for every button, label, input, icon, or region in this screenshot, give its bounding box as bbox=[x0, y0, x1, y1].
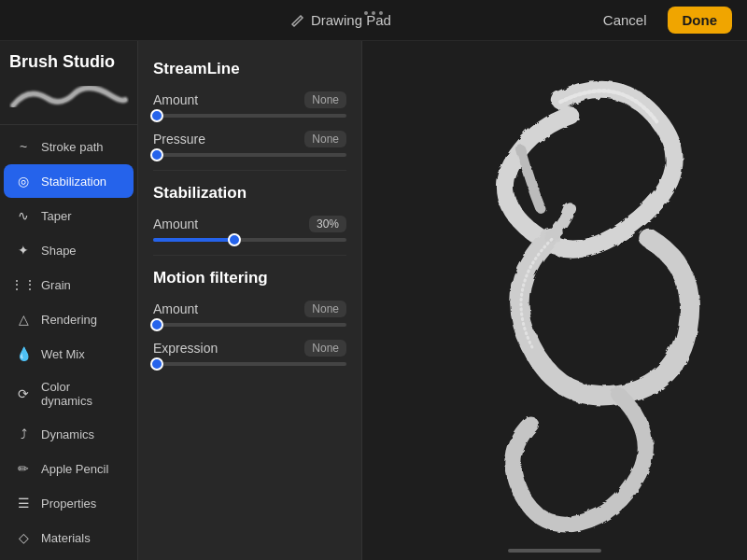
control-row: AmountNone bbox=[153, 301, 346, 317]
control-value-badge: None bbox=[304, 91, 346, 108]
control-label: Amount bbox=[153, 217, 198, 231]
control-row: PressureNone bbox=[153, 131, 346, 147]
control-label: Expression bbox=[153, 341, 218, 356]
drawing-pad[interactable] bbox=[362, 41, 747, 560]
slider-track[interactable] bbox=[153, 114, 346, 118]
stroke-path-icon: ~ bbox=[15, 138, 32, 155]
control-amount-motion-filtering: AmountNone bbox=[153, 301, 346, 327]
settings-panel: StreamLineAmountNonePressureNoneStabiliz… bbox=[138, 41, 362, 560]
sidebar-item-about[interactable]: ℹAbout this brush bbox=[4, 555, 134, 560]
rendering-icon: △ bbox=[15, 311, 32, 328]
slider-thumb[interactable] bbox=[150, 148, 163, 161]
brush-preview: Brush Studio bbox=[0, 41, 137, 125]
sidebar-item-properties[interactable]: ☰Properties bbox=[4, 486, 134, 520]
control-value-badge: None bbox=[304, 340, 346, 357]
top-bar-actions: Cancel Done bbox=[592, 7, 732, 34]
control-row: Amount30% bbox=[153, 216, 346, 232]
sidebar-item-color-dynamics[interactable]: ⟳Color dynamics bbox=[4, 371, 134, 416]
properties-icon: ☰ bbox=[15, 495, 32, 511]
control-value-badge: None bbox=[304, 131, 346, 147]
grain-icon: ⋮⋮ bbox=[15, 276, 32, 293]
control-value-badge: 30% bbox=[309, 216, 346, 232]
sidebar-item-shape[interactable]: ✦Shape bbox=[4, 233, 134, 267]
slider-thumb[interactable] bbox=[150, 318, 163, 331]
color-dynamics-label: Color dynamics bbox=[41, 380, 122, 408]
sidebar: Brush Studio ~Stroke path◎Stabilization∿… bbox=[0, 41, 138, 560]
slider-track[interactable] bbox=[153, 238, 346, 242]
control-label: Amount bbox=[153, 301, 198, 316]
stabilization-icon: ◎ bbox=[15, 173, 32, 189]
edit-icon bbox=[290, 13, 305, 28]
slider-thumb[interactable] bbox=[228, 233, 241, 246]
sidebar-item-dynamics[interactable]: ⤴Dynamics bbox=[4, 417, 134, 451]
control-expression-motion-filtering: ExpressionNone bbox=[153, 340, 346, 366]
dynamics-icon: ⤴ bbox=[15, 426, 32, 442]
slider-thumb[interactable] bbox=[150, 109, 163, 122]
control-label: Pressure bbox=[153, 132, 205, 147]
sidebar-item-grain[interactable]: ⋮⋮Grain bbox=[4, 268, 134, 301]
slider-fill bbox=[153, 238, 234, 242]
shape-icon: ✦ bbox=[15, 242, 32, 259]
sidebar-item-apple-pencil[interactable]: ✏Apple Pencil bbox=[4, 452, 134, 485]
wet-mix-icon: 💧 bbox=[15, 345, 32, 362]
slider-track[interactable] bbox=[153, 362, 346, 366]
properties-label: Properties bbox=[41, 497, 96, 511]
control-value-badge: None bbox=[304, 301, 346, 317]
color-dynamics-icon: ⟳ bbox=[15, 385, 32, 402]
control-row: AmountNone bbox=[153, 91, 346, 108]
app-title: Brush Studio bbox=[9, 52, 128, 72]
slider-thumb[interactable] bbox=[150, 357, 163, 371]
stabilization-label: Stabilization bbox=[41, 175, 106, 189]
home-indicator bbox=[508, 549, 601, 553]
stroke-path-label: Stroke path bbox=[41, 140, 104, 154]
sidebar-item-wet-mix[interactable]: 💧Wet Mix bbox=[4, 337, 134, 371]
section-title-streamline: StreamLine bbox=[153, 60, 346, 78]
sidebar-item-materials[interactable]: ◇Materials bbox=[4, 521, 134, 554]
section-title-stabilization: Stabilization bbox=[153, 184, 346, 203]
section-divider bbox=[153, 255, 346, 256]
slider-track[interactable] bbox=[153, 153, 346, 157]
section-title-motion-filtering: Motion filtering bbox=[153, 269, 346, 287]
control-pressure-streamline: PressureNone bbox=[153, 131, 346, 157]
taper-icon: ∿ bbox=[15, 207, 32, 224]
drawing-canvas[interactable] bbox=[362, 41, 747, 541]
apple-pencil-icon: ✏ bbox=[15, 460, 32, 477]
done-button[interactable]: Done bbox=[668, 7, 733, 34]
apple-pencil-label: Apple Pencil bbox=[41, 462, 108, 476]
sidebar-item-stabilization[interactable]: ◎Stabilization bbox=[4, 164, 134, 198]
shape-label: Shape bbox=[41, 244, 77, 258]
home-indicator-area bbox=[362, 541, 747, 560]
slider-track[interactable] bbox=[153, 323, 346, 327]
control-amount-streamline: AmountNone bbox=[153, 91, 346, 118]
sidebar-nav: ~Stroke path◎Stabilization∿Taper✦Shape⋮⋮… bbox=[0, 125, 137, 560]
grain-label: Grain bbox=[41, 278, 71, 292]
sidebar-item-stroke-path[interactable]: ~Stroke path bbox=[4, 130, 134, 163]
rendering-label: Rendering bbox=[41, 313, 97, 327]
cancel-button[interactable]: Cancel bbox=[592, 7, 658, 34]
more-options-menu[interactable] bbox=[364, 11, 383, 15]
sidebar-item-rendering[interactable]: △Rendering bbox=[4, 302, 134, 336]
materials-label: Materials bbox=[41, 531, 91, 545]
control-amount-stabilization: Amount30% bbox=[153, 216, 346, 242]
sidebar-item-taper[interactable]: ∿Taper bbox=[4, 199, 134, 232]
taper-label: Taper bbox=[41, 209, 72, 223]
wet-mix-label: Wet Mix bbox=[41, 347, 85, 361]
control-row: ExpressionNone bbox=[153, 340, 346, 357]
dynamics-label: Dynamics bbox=[41, 427, 94, 441]
section-divider bbox=[153, 170, 346, 171]
materials-icon: ◇ bbox=[15, 529, 32, 546]
control-label: Amount bbox=[153, 92, 198, 107]
brush-stroke-preview bbox=[9, 79, 129, 117]
